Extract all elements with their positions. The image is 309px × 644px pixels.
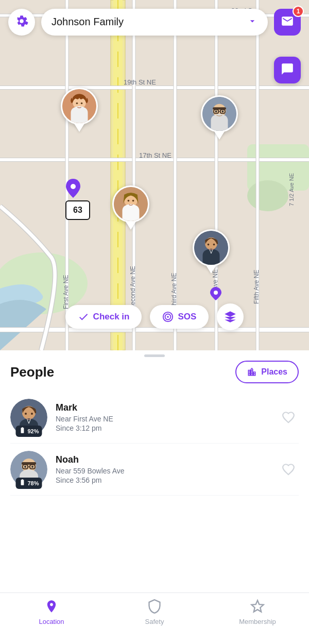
bottom-nav: Location Safety Membership xyxy=(0,592,309,644)
battery-pct-noah: 78% xyxy=(27,480,39,486)
mark-info: Mark Near First Ave NE Since 3:12 pm xyxy=(47,402,278,432)
svg-point-54 xyxy=(132,200,134,202)
person-avatar-mark: 92% xyxy=(10,399,47,436)
svg-point-58 xyxy=(213,244,215,246)
people-section: People Places xyxy=(0,350,309,496)
svg-point-37 xyxy=(71,184,76,189)
svg-text:Third Ave NE: Third Ave NE xyxy=(170,273,178,309)
person-pin-male2[interactable] xyxy=(193,229,230,274)
svg-point-41 xyxy=(76,103,78,105)
location-icon xyxy=(44,599,59,616)
svg-text:Fifth Ave NE: Fifth Ave NE xyxy=(253,270,260,304)
checkin-button[interactable]: Check in xyxy=(65,305,142,329)
svg-text:17th St NE: 17th St NE xyxy=(139,151,171,159)
nav-safety-label: Safety xyxy=(145,618,164,625)
mark-favorite-button[interactable] xyxy=(278,407,299,428)
svg-text:First Ave NE: First Ave NE xyxy=(62,275,70,309)
person-pin-female1[interactable] xyxy=(61,88,98,132)
family-name: Johnson Family xyxy=(52,16,124,28)
battery-pct-mark: 92% xyxy=(27,428,39,434)
noah-since: Since 3:56 pm xyxy=(56,476,278,484)
places-label: Places xyxy=(261,367,287,377)
pin-tip xyxy=(74,124,84,132)
layers-button[interactable] xyxy=(217,303,244,330)
membership-icon xyxy=(250,599,265,616)
nav-item-location[interactable]: Location xyxy=(0,599,103,625)
svg-text:63: 63 xyxy=(73,206,82,214)
svg-point-53 xyxy=(128,200,130,202)
header: Johnson Family 1 xyxy=(0,0,309,44)
sos-label: SOS xyxy=(178,312,196,322)
svg-point-38 xyxy=(214,291,218,295)
svg-text:19th St NE: 19th St NE xyxy=(124,78,156,86)
chat-icon xyxy=(281,62,294,78)
people-title: People xyxy=(10,364,54,380)
person-avatar-noah: 78% xyxy=(10,451,47,488)
mark-location: Near First Ave NE xyxy=(56,415,278,423)
sos-button[interactable]: SOS xyxy=(150,305,209,329)
person-pin-male1[interactable] xyxy=(201,95,238,140)
noah-location: Near 559 Bowles Ave xyxy=(56,467,278,475)
nav-item-membership[interactable]: Membership xyxy=(206,599,309,625)
battery-icon xyxy=(19,427,26,436)
svg-text:Second Ave NE: Second Ave NE xyxy=(129,266,136,309)
svg-point-3 xyxy=(247,180,288,211)
noah-name: Noah xyxy=(56,454,278,465)
gear-icon xyxy=(15,14,28,30)
pin-tip xyxy=(214,131,225,140)
chevron-down-icon xyxy=(247,16,258,28)
svg-point-64 xyxy=(25,413,27,415)
svg-point-65 xyxy=(31,413,33,415)
drag-indicator xyxy=(144,354,165,357)
mail-badge: 1 xyxy=(293,6,304,17)
mark-since: Since 3:12 pm xyxy=(56,424,278,432)
svg-point-42 xyxy=(81,103,83,105)
battery-badge-mark: 92% xyxy=(15,426,42,437)
svg-point-50 xyxy=(222,111,224,113)
nav-location-label: Location xyxy=(39,618,64,625)
mail-icon xyxy=(281,14,294,30)
safety-icon xyxy=(147,599,162,616)
noah-favorite-button[interactable] xyxy=(278,459,299,480)
pin-tip xyxy=(126,222,136,230)
svg-text:7 1/2 Ave NE: 7 1/2 Ave NE xyxy=(288,173,295,206)
mail-button[interactable]: 1 xyxy=(274,9,301,36)
svg-point-57 xyxy=(208,244,210,246)
nav-membership-label: Membership xyxy=(239,618,276,625)
svg-point-61 xyxy=(167,316,169,318)
mark-name: Mark xyxy=(56,402,278,413)
person-item-mark[interactable]: 92% Mark Near First Ave NE Since 3:12 pm xyxy=(10,392,299,444)
settings-button[interactable] xyxy=(8,9,35,36)
svg-point-73 xyxy=(31,466,33,468)
pin-tip xyxy=(206,265,216,274)
noah-info: Noah Near 559 Bowles Ave Since 3:56 pm xyxy=(47,454,278,484)
people-header: People Places xyxy=(10,361,299,383)
map-container[interactable]: 63 22nd S 19th St NE 17th St NE 14th St … xyxy=(0,0,309,350)
battery-badge-noah: 78% xyxy=(15,478,42,489)
svg-point-72 xyxy=(24,466,26,468)
chat-button[interactable] xyxy=(274,57,301,83)
nav-item-safety[interactable]: Safety xyxy=(103,599,206,625)
battery-icon-noah xyxy=(19,479,26,488)
person-item-noah[interactable]: 78% Noah Near 559 Bowles Ave Since 3:56 … xyxy=(10,444,299,496)
family-selector[interactable]: Johnson Family xyxy=(41,9,268,36)
person-pin-female2[interactable] xyxy=(112,185,149,230)
checkin-label: Check in xyxy=(93,312,130,322)
places-button[interactable]: Places xyxy=(235,361,299,383)
svg-point-49 xyxy=(215,111,217,113)
